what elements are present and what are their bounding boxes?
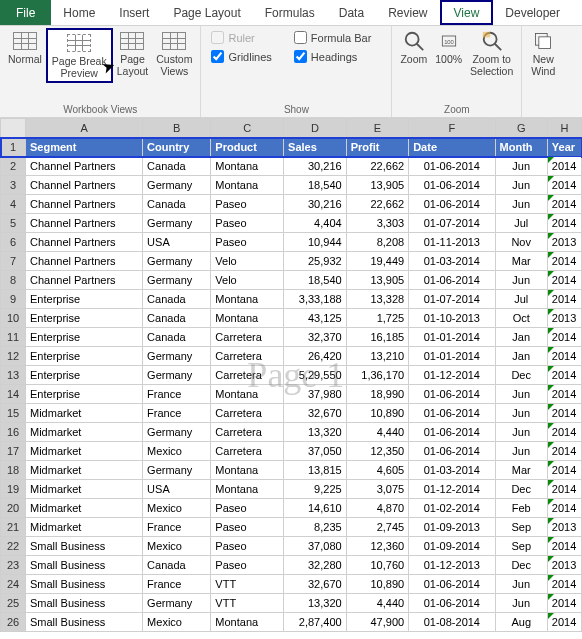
cell[interactable]: Jun <box>495 385 547 404</box>
formula-bar-checkbox[interactable]: Formula Bar <box>294 31 372 44</box>
row-header[interactable]: 3 <box>1 176 26 195</box>
cell[interactable]: 10,760 <box>346 556 409 575</box>
column-title[interactable]: Segment <box>26 138 143 157</box>
page-break-preview-button[interactable]: Page Break Preview ➤ <box>46 28 113 83</box>
cell[interactable]: 16,185 <box>346 328 409 347</box>
custom-views-button[interactable]: Custom Views <box>152 28 196 79</box>
row-header[interactable]: 18 <box>1 461 26 480</box>
cell[interactable]: Germany <box>143 594 211 613</box>
normal-view-button[interactable]: Normal <box>4 28 46 68</box>
cell[interactable]: Dec <box>495 480 547 499</box>
cell[interactable]: 01-02-2014 <box>409 499 495 518</box>
row-header[interactable]: 15 <box>1 404 26 423</box>
cell[interactable]: 2,745 <box>346 518 409 537</box>
row-header[interactable]: 13 <box>1 366 26 385</box>
row-header[interactable]: 21 <box>1 518 26 537</box>
cell[interactable]: Jun <box>495 404 547 423</box>
cell[interactable]: 13,320 <box>284 594 347 613</box>
cell[interactable]: 01-03-2014 <box>409 252 495 271</box>
cell[interactable]: Montana <box>211 176 284 195</box>
zoom-selection-button[interactable]: Zoom to Selection <box>466 28 517 79</box>
cell[interactable]: Canada <box>143 157 211 176</box>
cell[interactable]: Germany <box>143 252 211 271</box>
cell[interactable]: 12,360 <box>346 537 409 556</box>
cell[interactable]: Jul <box>495 214 547 233</box>
cell[interactable]: 18,990 <box>346 385 409 404</box>
cell[interactable]: 32,670 <box>284 404 347 423</box>
cell[interactable]: 3,33,188 <box>284 290 347 309</box>
cell[interactable]: Midmarket <box>26 499 143 518</box>
cell[interactable]: Channel Partners <box>26 195 143 214</box>
cell[interactable]: 2014 <box>547 461 581 480</box>
cell[interactable]: 2014 <box>547 499 581 518</box>
cell[interactable]: Enterprise <box>26 347 143 366</box>
cell[interactable]: 01-01-2014 <box>409 347 495 366</box>
cell[interactable]: Aug <box>495 613 547 632</box>
cell[interactable]: Mexico <box>143 442 211 461</box>
cell[interactable]: Midmarket <box>26 442 143 461</box>
cell[interactable]: Sep <box>495 537 547 556</box>
row-header[interactable]: 19 <box>1 480 26 499</box>
column-title[interactable]: Country <box>143 138 211 157</box>
cell[interactable]: 37,050 <box>284 442 347 461</box>
cell[interactable]: France <box>143 575 211 594</box>
cell[interactable]: Paseo <box>211 499 284 518</box>
col-header[interactable]: C <box>211 119 284 138</box>
row-header[interactable]: 26 <box>1 613 26 632</box>
cell[interactable]: 10,890 <box>346 575 409 594</box>
cell[interactable]: USA <box>143 480 211 499</box>
cell[interactable]: 2014 <box>547 594 581 613</box>
cell[interactable]: Montana <box>211 480 284 499</box>
cell[interactable]: Canada <box>143 290 211 309</box>
cell[interactable]: Enterprise <box>26 366 143 385</box>
cell[interactable]: 26,420 <box>284 347 347 366</box>
row-header[interactable]: 23 <box>1 556 26 575</box>
cell[interactable]: 4,404 <box>284 214 347 233</box>
cell[interactable]: Enterprise <box>26 328 143 347</box>
cell[interactable]: 2014 <box>547 480 581 499</box>
headings-checkbox[interactable]: Headings <box>294 50 372 63</box>
cell[interactable]: Jun <box>495 442 547 461</box>
cell[interactable]: 2014 <box>547 290 581 309</box>
cell[interactable]: 2014 <box>547 214 581 233</box>
cell[interactable]: Jun <box>495 271 547 290</box>
cell[interactable]: 32,370 <box>284 328 347 347</box>
cell[interactable]: 22,662 <box>346 157 409 176</box>
tab-review[interactable]: Review <box>376 0 439 25</box>
zoom-button[interactable]: Zoom <box>396 28 431 68</box>
column-title[interactable]: Profit <box>346 138 409 157</box>
cell[interactable]: Germany <box>143 176 211 195</box>
cell[interactable]: 5,29,550 <box>284 366 347 385</box>
row-header[interactable]: 25 <box>1 594 26 613</box>
row-header[interactable]: 10 <box>1 309 26 328</box>
cell[interactable]: Jul <box>495 290 547 309</box>
cell[interactable]: 2014 <box>547 176 581 195</box>
cell[interactable]: 22,662 <box>346 195 409 214</box>
cell[interactable]: Channel Partners <box>26 214 143 233</box>
cell[interactable]: 13,905 <box>346 176 409 195</box>
cell[interactable]: 13,210 <box>346 347 409 366</box>
cell[interactable]: 13,905 <box>346 271 409 290</box>
cell[interactable]: 2014 <box>547 613 581 632</box>
cell[interactable]: 2013 <box>547 518 581 537</box>
cell[interactable]: Montana <box>211 290 284 309</box>
cell[interactable]: 01-06-2014 <box>409 594 495 613</box>
cell[interactable]: Small Business <box>26 613 143 632</box>
cell[interactable]: 01-12-2014 <box>409 480 495 499</box>
ruler-checkbox[interactable]: Ruler <box>211 31 271 44</box>
cell[interactable]: 01-10-2013 <box>409 309 495 328</box>
cell[interactable]: 8,235 <box>284 518 347 537</box>
cell[interactable]: Sep <box>495 518 547 537</box>
cell[interactable]: 4,440 <box>346 423 409 442</box>
cell[interactable]: Carretera <box>211 366 284 385</box>
cell[interactable]: 2014 <box>547 537 581 556</box>
row-header[interactable]: 7 <box>1 252 26 271</box>
cell[interactable]: Germany <box>143 214 211 233</box>
cell[interactable]: 2014 <box>547 328 581 347</box>
cell[interactable]: Channel Partners <box>26 233 143 252</box>
cell[interactable]: 30,216 <box>284 195 347 214</box>
cell[interactable]: Small Business <box>26 594 143 613</box>
tab-formulas[interactable]: Formulas <box>253 0 327 25</box>
cell[interactable]: 01-06-2014 <box>409 271 495 290</box>
cell[interactable]: Velo <box>211 252 284 271</box>
